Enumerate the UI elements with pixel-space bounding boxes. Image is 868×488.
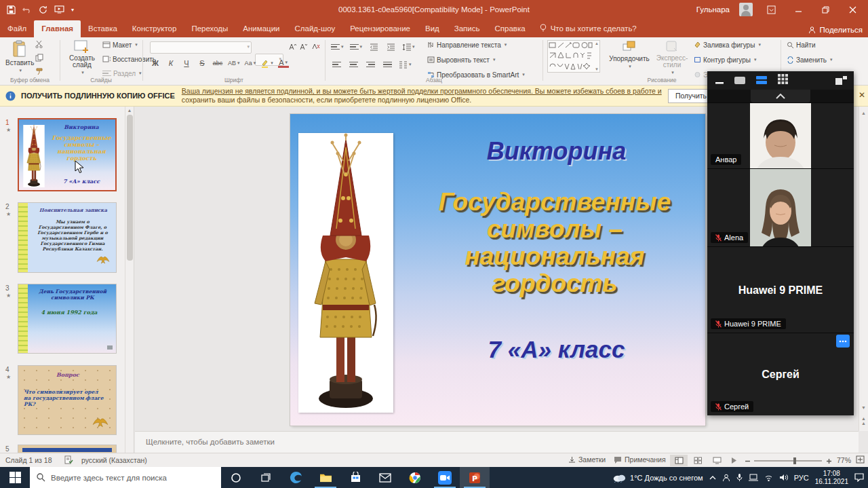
format-painter-icon[interactable] — [35, 67, 44, 77]
cortana-button[interactable] — [221, 467, 251, 488]
shapes-scroll-up-icon[interactable]: ▲ — [595, 41, 599, 45]
bold-button[interactable]: Ж — [150, 58, 161, 69]
taskbar-clock[interactable]: 17:08 16.11.2021 — [815, 470, 848, 486]
start-slideshow-icon[interactable] — [54, 5, 64, 14]
share-button[interactable]: Поделиться — [808, 26, 863, 34]
shape-outline-button[interactable]: Контур фигуры — [694, 54, 761, 66]
highlight-color-button[interactable] — [260, 58, 273, 69]
task-view-button[interactable] — [251, 467, 281, 488]
shape-fill-button[interactable]: Заливка фигуры — [694, 39, 761, 51]
slide-scrollbar[interactable]: ▲ ▼ ▲▲ — [859, 107, 868, 431]
underline-button[interactable]: Ч — [181, 58, 192, 69]
line-spacing-button[interactable] — [402, 41, 415, 52]
zoom-in-icon[interactable] — [826, 457, 832, 466]
action-center-icon[interactable] — [854, 473, 864, 482]
edge-icon[interactable] — [281, 467, 311, 488]
restore-button[interactable] — [816, 2, 834, 17]
microsoft-store-icon[interactable] — [340, 467, 370, 488]
start-button[interactable] — [0, 467, 30, 488]
align-left-button[interactable] — [331, 59, 342, 70]
people-tray-icon[interactable] — [722, 474, 730, 482]
zoom-collapse-chevron[interactable] — [751, 90, 810, 102]
clear-formatting-icon[interactable] — [310, 41, 321, 52]
zoom-out-icon[interactable] — [745, 457, 751, 466]
arrange-button[interactable]: Упорядочить — [608, 37, 651, 69]
tab-review[interactable]: Рецензирование — [342, 20, 418, 37]
font-color-button[interactable]: А — [278, 59, 289, 68]
zoom-minimize-icon[interactable] — [715, 75, 724, 87]
qat-customize-icon[interactable]: ▾ — [71, 7, 74, 13]
paste-button[interactable]: Вставить — [5, 37, 34, 73]
fit-to-window-icon[interactable] — [856, 455, 865, 465]
user-avatar[interactable] — [739, 3, 753, 16]
shrink-font-icon[interactable] — [298, 41, 309, 52]
participant-tile-anvar[interactable]: Анвар — [707, 102, 854, 168]
slide-sorter-view-button[interactable] — [689, 455, 707, 466]
minimize-button[interactable] — [789, 2, 807, 17]
slide-thumbnail-5[interactable] — [18, 445, 117, 453]
chrome-icon[interactable] — [400, 467, 430, 488]
save-icon[interactable] — [7, 5, 16, 14]
close-button[interactable] — [844, 2, 861, 17]
hidden-icons-chevron[interactable] — [709, 475, 716, 481]
zoom-level[interactable]: 77% — [837, 456, 851, 464]
strikethrough-button[interactable]: S — [197, 58, 208, 69]
microphone-tray-icon[interactable] — [736, 473, 743, 482]
slide-thumbnail-4[interactable]: Вопрос Что символизирует орел на государ… — [18, 365, 117, 435]
laptop-tray-icon[interactable] — [749, 474, 758, 481]
network-tray-icon[interactable] — [764, 474, 773, 481]
text-shadow-button[interactable]: abc — [212, 58, 223, 69]
numbering-button[interactable] — [350, 41, 363, 52]
slide-thumbnail-1[interactable]: Викторина Государственные символы – наци… — [18, 118, 117, 191]
columns-button[interactable] — [399, 59, 412, 70]
replace-button[interactable]: Заменить — [787, 54, 833, 66]
italic-button[interactable]: К — [165, 58, 176, 69]
file-explorer-icon[interactable] — [311, 467, 340, 488]
tab-transitions[interactable]: Переходы — [184, 20, 235, 37]
spellcheck-icon[interactable] — [64, 455, 73, 466]
powerpoint-icon[interactable]: P — [460, 467, 490, 488]
scroll-down-icon[interactable]: ▼ — [859, 405, 868, 410]
participant-tile-huawei[interactable]: Huawei 9 PRIME Huawei 9 PRIME — [707, 246, 854, 333]
language-indicator[interactable]: русский (Казахстан) — [81, 456, 147, 464]
taskbar-search-box[interactable]: Введите здесь текст для поиска — [30, 467, 221, 488]
text-direction-button[interactable]: Направление текста — [427, 39, 525, 51]
align-right-button[interactable] — [365, 59, 376, 70]
tab-animations[interactable]: Анимации — [235, 20, 287, 37]
previous-slide-icon[interactable]: ▲▲ — [859, 416, 868, 426]
tell-me-box[interactable]: Что вы хотите сделать? — [533, 20, 644, 37]
slideshow-view-button[interactable] — [727, 455, 741, 466]
tab-record[interactable]: Запись — [447, 20, 488, 37]
zoom-slider[interactable] — [754, 460, 822, 462]
zoom-strip-view-icon[interactable] — [756, 75, 767, 87]
tab-insert[interactable]: Вставка — [81, 20, 125, 37]
tab-help[interactable]: Справка — [488, 20, 533, 37]
shapes-gallery[interactable]: ▲ ▼ — [547, 40, 600, 73]
tab-file[interactable]: Файл — [0, 20, 34, 37]
tab-design[interactable]: Конструктор — [125, 20, 184, 37]
account-user-name[interactable]: Гульнара — [696, 5, 730, 14]
align-text-button[interactable]: Выровнять текст — [427, 54, 525, 66]
zoom-speaker-view-icon[interactable] — [734, 75, 745, 87]
reading-view-button[interactable] — [708, 455, 726, 466]
license-link[interactable]: Ваша лицензия не является подлинной, и в… — [182, 87, 662, 95]
volume-tray-icon[interactable] — [779, 474, 788, 481]
decrease-indent-icon[interactable] — [368, 41, 379, 52]
find-button[interactable]: Найти — [787, 39, 833, 51]
font-name-combobox[interactable] — [150, 41, 252, 54]
license-bar-close-icon[interactable]: ✕ — [859, 90, 865, 100]
golden-man-image[interactable] — [298, 133, 393, 413]
slide-canvas[interactable]: Викторина Государственные символы – наци… — [290, 114, 705, 426]
tab-home[interactable]: Главная — [34, 20, 81, 37]
comments-toggle[interactable]: Примечания — [614, 455, 666, 464]
change-case-button[interactable]: Аа — [245, 58, 256, 69]
notes-toggle[interactable]: Заметки — [568, 455, 606, 464]
increase-indent-icon[interactable] — [385, 41, 396, 52]
shapes-scroll-down-icon[interactable]: ▼ — [595, 67, 599, 71]
zoom-gallery-view-icon[interactable] — [778, 74, 788, 87]
weather-widget[interactable]: 1°C Дождь со снегом — [612, 472, 703, 483]
quick-styles-button[interactable]: Экспресс-стили — [652, 37, 692, 75]
language-tray-indicator[interactable]: РУС — [794, 474, 809, 482]
ribbon-display-options-icon[interactable] — [762, 2, 780, 17]
slide-thumbnail-3[interactable]: День Государственной символики РК 4 июня… — [18, 284, 117, 354]
